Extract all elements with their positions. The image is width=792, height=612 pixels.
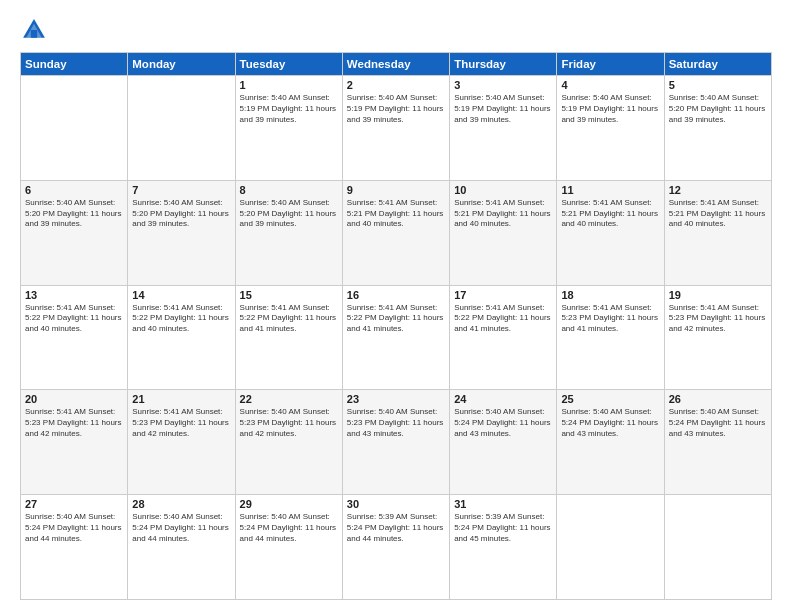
day-info: Sunrise: 5:40 AM Sunset: 5:20 PM Dayligh…: [240, 198, 338, 230]
day-number: 9: [347, 184, 445, 196]
calendar-cell: 8Sunrise: 5:40 AM Sunset: 5:20 PM Daylig…: [235, 180, 342, 285]
day-number: 28: [132, 498, 230, 510]
day-info: Sunrise: 5:39 AM Sunset: 5:24 PM Dayligh…: [347, 512, 445, 544]
day-info: Sunrise: 5:40 AM Sunset: 5:19 PM Dayligh…: [347, 93, 445, 125]
dow-header: Saturday: [664, 53, 771, 76]
day-number: 4: [561, 79, 659, 91]
day-number: 12: [669, 184, 767, 196]
day-info: Sunrise: 5:41 AM Sunset: 5:22 PM Dayligh…: [454, 303, 552, 335]
day-info: Sunrise: 5:40 AM Sunset: 5:20 PM Dayligh…: [132, 198, 230, 230]
day-number: 24: [454, 393, 552, 405]
header: [20, 16, 772, 44]
day-info: Sunrise: 5:40 AM Sunset: 5:24 PM Dayligh…: [240, 512, 338, 544]
day-number: 30: [347, 498, 445, 510]
day-info: Sunrise: 5:41 AM Sunset: 5:22 PM Dayligh…: [240, 303, 338, 335]
calendar-cell: 30Sunrise: 5:39 AM Sunset: 5:24 PM Dayli…: [342, 495, 449, 600]
calendar-cell: 10Sunrise: 5:41 AM Sunset: 5:21 PM Dayli…: [450, 180, 557, 285]
calendar-cell: 25Sunrise: 5:40 AM Sunset: 5:24 PM Dayli…: [557, 390, 664, 495]
day-number: 13: [25, 289, 123, 301]
calendar-cell: 15Sunrise: 5:41 AM Sunset: 5:22 PM Dayli…: [235, 285, 342, 390]
calendar-cell: 24Sunrise: 5:40 AM Sunset: 5:24 PM Dayli…: [450, 390, 557, 495]
calendar-cell: 5Sunrise: 5:40 AM Sunset: 5:20 PM Daylig…: [664, 76, 771, 181]
day-number: 21: [132, 393, 230, 405]
dow-header: Friday: [557, 53, 664, 76]
day-number: 19: [669, 289, 767, 301]
calendar-cell: 27Sunrise: 5:40 AM Sunset: 5:24 PM Dayli…: [21, 495, 128, 600]
day-info: Sunrise: 5:40 AM Sunset: 5:24 PM Dayligh…: [132, 512, 230, 544]
day-info: Sunrise: 5:41 AM Sunset: 5:23 PM Dayligh…: [561, 303, 659, 335]
logo: [20, 16, 52, 44]
day-info: Sunrise: 5:41 AM Sunset: 5:21 PM Dayligh…: [669, 198, 767, 230]
day-info: Sunrise: 5:41 AM Sunset: 5:23 PM Dayligh…: [25, 407, 123, 439]
calendar-cell: 6Sunrise: 5:40 AM Sunset: 5:20 PM Daylig…: [21, 180, 128, 285]
calendar-cell: 2Sunrise: 5:40 AM Sunset: 5:19 PM Daylig…: [342, 76, 449, 181]
calendar-cell: 17Sunrise: 5:41 AM Sunset: 5:22 PM Dayli…: [450, 285, 557, 390]
day-number: 18: [561, 289, 659, 301]
day-info: Sunrise: 5:41 AM Sunset: 5:23 PM Dayligh…: [132, 407, 230, 439]
dow-header: Thursday: [450, 53, 557, 76]
calendar-cell: [21, 76, 128, 181]
day-number: 26: [669, 393, 767, 405]
day-number: 11: [561, 184, 659, 196]
calendar-cell: 9Sunrise: 5:41 AM Sunset: 5:21 PM Daylig…: [342, 180, 449, 285]
day-number: 23: [347, 393, 445, 405]
day-info: Sunrise: 5:41 AM Sunset: 5:22 PM Dayligh…: [25, 303, 123, 335]
calendar-cell: 4Sunrise: 5:40 AM Sunset: 5:19 PM Daylig…: [557, 76, 664, 181]
calendar-cell: [664, 495, 771, 600]
day-number: 10: [454, 184, 552, 196]
calendar-cell: 22Sunrise: 5:40 AM Sunset: 5:23 PM Dayli…: [235, 390, 342, 495]
calendar-cell: 31Sunrise: 5:39 AM Sunset: 5:24 PM Dayli…: [450, 495, 557, 600]
day-info: Sunrise: 5:40 AM Sunset: 5:24 PM Dayligh…: [669, 407, 767, 439]
calendar-cell: 3Sunrise: 5:40 AM Sunset: 5:19 PM Daylig…: [450, 76, 557, 181]
day-number: 1: [240, 79, 338, 91]
day-number: 29: [240, 498, 338, 510]
day-number: 14: [132, 289, 230, 301]
day-info: Sunrise: 5:41 AM Sunset: 5:21 PM Dayligh…: [454, 198, 552, 230]
calendar-cell: 14Sunrise: 5:41 AM Sunset: 5:22 PM Dayli…: [128, 285, 235, 390]
day-info: Sunrise: 5:41 AM Sunset: 5:21 PM Dayligh…: [561, 198, 659, 230]
day-number: 31: [454, 498, 552, 510]
day-info: Sunrise: 5:40 AM Sunset: 5:19 PM Dayligh…: [454, 93, 552, 125]
calendar-cell: 13Sunrise: 5:41 AM Sunset: 5:22 PM Dayli…: [21, 285, 128, 390]
day-number: 8: [240, 184, 338, 196]
calendar-cell: 19Sunrise: 5:41 AM Sunset: 5:23 PM Dayli…: [664, 285, 771, 390]
day-info: Sunrise: 5:41 AM Sunset: 5:22 PM Dayligh…: [132, 303, 230, 335]
svg-rect-2: [31, 30, 37, 38]
calendar-cell: 26Sunrise: 5:40 AM Sunset: 5:24 PM Dayli…: [664, 390, 771, 495]
day-number: 6: [25, 184, 123, 196]
calendar-cell: 18Sunrise: 5:41 AM Sunset: 5:23 PM Dayli…: [557, 285, 664, 390]
day-number: 22: [240, 393, 338, 405]
day-number: 15: [240, 289, 338, 301]
dow-header: Wednesday: [342, 53, 449, 76]
day-info: Sunrise: 5:41 AM Sunset: 5:21 PM Dayligh…: [347, 198, 445, 230]
calendar: SundayMondayTuesdayWednesdayThursdayFrid…: [20, 52, 772, 600]
day-info: Sunrise: 5:40 AM Sunset: 5:20 PM Dayligh…: [669, 93, 767, 125]
day-info: Sunrise: 5:40 AM Sunset: 5:24 PM Dayligh…: [25, 512, 123, 544]
day-number: 20: [25, 393, 123, 405]
day-info: Sunrise: 5:41 AM Sunset: 5:22 PM Dayligh…: [347, 303, 445, 335]
day-number: 16: [347, 289, 445, 301]
day-info: Sunrise: 5:40 AM Sunset: 5:23 PM Dayligh…: [347, 407, 445, 439]
day-info: Sunrise: 5:40 AM Sunset: 5:23 PM Dayligh…: [240, 407, 338, 439]
calendar-cell: 16Sunrise: 5:41 AM Sunset: 5:22 PM Dayli…: [342, 285, 449, 390]
calendar-cell: 21Sunrise: 5:41 AM Sunset: 5:23 PM Dayli…: [128, 390, 235, 495]
day-number: 3: [454, 79, 552, 91]
day-number: 17: [454, 289, 552, 301]
calendar-cell: 11Sunrise: 5:41 AM Sunset: 5:21 PM Dayli…: [557, 180, 664, 285]
day-info: Sunrise: 5:40 AM Sunset: 5:24 PM Dayligh…: [561, 407, 659, 439]
calendar-cell: 12Sunrise: 5:41 AM Sunset: 5:21 PM Dayli…: [664, 180, 771, 285]
dow-header: Sunday: [21, 53, 128, 76]
day-number: 7: [132, 184, 230, 196]
calendar-cell: [557, 495, 664, 600]
day-info: Sunrise: 5:41 AM Sunset: 5:23 PM Dayligh…: [669, 303, 767, 335]
day-number: 2: [347, 79, 445, 91]
dow-header: Monday: [128, 53, 235, 76]
calendar-cell: 20Sunrise: 5:41 AM Sunset: 5:23 PM Dayli…: [21, 390, 128, 495]
day-info: Sunrise: 5:40 AM Sunset: 5:24 PM Dayligh…: [454, 407, 552, 439]
day-number: 5: [669, 79, 767, 91]
calendar-cell: 1Sunrise: 5:40 AM Sunset: 5:19 PM Daylig…: [235, 76, 342, 181]
day-info: Sunrise: 5:39 AM Sunset: 5:24 PM Dayligh…: [454, 512, 552, 544]
calendar-cell: 7Sunrise: 5:40 AM Sunset: 5:20 PM Daylig…: [128, 180, 235, 285]
day-info: Sunrise: 5:40 AM Sunset: 5:19 PM Dayligh…: [240, 93, 338, 125]
calendar-cell: 28Sunrise: 5:40 AM Sunset: 5:24 PM Dayli…: [128, 495, 235, 600]
